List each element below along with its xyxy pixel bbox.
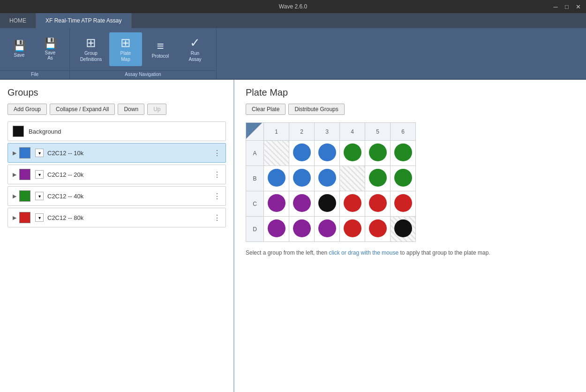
well-B3[interactable] [315, 166, 340, 191]
col-header-5: 5 [365, 123, 391, 141]
expand-icon-40k[interactable]: ▶ [13, 193, 16, 199]
group-definitions-label: GroupDefinitions [80, 50, 102, 62]
well-A4[interactable] [340, 141, 365, 166]
group-item-c2c12-40k[interactable]: ▶ ▾ C2C12 -- 40k ⋮ [8, 186, 226, 206]
well-C3[interactable] [315, 191, 340, 217]
run-assay-icon: ✓ [190, 37, 200, 49]
ribbon-section-file: 💾 Save 💾 SaveAs File [0, 28, 70, 79]
col-header-3: 3 [315, 123, 340, 141]
well-C6[interactable] [391, 191, 416, 217]
file-section-label: File [0, 70, 69, 79]
tab-home[interactable]: HOME [0, 13, 36, 28]
well-D3[interactable] [315, 217, 340, 242]
group-item-c2c12-20k[interactable]: ▶ ▾ C2C12 -- 20k ⋮ [8, 165, 226, 184]
row-header-D: D [246, 217, 264, 242]
hint-text: Select a group from the left, then click… [246, 249, 575, 256]
clear-plate-button[interactable]: Clear Plate [246, 104, 285, 115]
hint-static-1: Select a group from the left, then [246, 249, 329, 256]
save-as-label: SaveAs [45, 50, 56, 60]
well-C4[interactable] [340, 191, 365, 217]
protocol-icon: ≡ [157, 40, 164, 52]
save-as-icon: 💾 [44, 38, 57, 49]
well-A1[interactable] [264, 141, 289, 166]
close-button[interactable]: ✕ [574, 2, 582, 11]
well-A2[interactable] [289, 141, 315, 166]
plate-map-button[interactable]: ⊞ PlateMap [109, 32, 142, 66]
restore-button[interactable]: □ [563, 2, 571, 11]
expand-icon-10k[interactable]: ▶ [13, 150, 16, 156]
groups-panel: Groups Add Group Collapse / Expand All D… [0, 80, 234, 392]
well-D6[interactable] [391, 217, 416, 242]
c2c12-20k-menu[interactable]: ⋮ [213, 170, 221, 179]
plate-row-A: A [246, 141, 416, 166]
well-A5[interactable] [365, 141, 391, 166]
well-B4[interactable] [340, 166, 365, 191]
plate-map-label: PlateMap [120, 50, 131, 62]
plate-row-B: B [246, 166, 416, 191]
c2c12-40k-name: C2C12 -- 40k [47, 193, 213, 200]
col-header-4: 4 [340, 123, 365, 141]
col-header-2: 2 [289, 123, 315, 141]
tab-bar: HOME XF Real-Time ATP Rate Assay [0, 13, 586, 28]
hint-static-2: to apply that group to the plate map. [398, 249, 490, 256]
ribbon: 💾 Save 💾 SaveAs File ⊞ GroupDefinitions … [0, 28, 586, 80]
tab-xf-assay[interactable]: XF Real-Time ATP Rate Assay [36, 13, 132, 28]
well-A3[interactable] [315, 141, 340, 166]
plate-grid: 1 2 3 4 5 6 A [246, 122, 575, 242]
c2c12-80k-dropdown[interactable]: ▾ [35, 213, 44, 222]
minimize-button[interactable]: ─ [551, 2, 560, 11]
group-definitions-icon: ⊞ [86, 37, 96, 49]
group-definitions-button[interactable]: ⊞ GroupDefinitions [75, 32, 107, 66]
corner-cell [246, 123, 264, 141]
row-header-A: A [246, 141, 264, 166]
save-as-button[interactable]: 💾 SaveAs [36, 32, 65, 66]
expand-icon-20k[interactable]: ▶ [13, 172, 16, 178]
c2c12-80k-menu[interactable]: ⋮ [213, 213, 221, 222]
group-item-background[interactable]: Background [8, 121, 226, 141]
row-header-C: C [246, 191, 264, 217]
c2c12-40k-menu[interactable]: ⋮ [213, 192, 221, 201]
c2c12-10k-dropdown[interactable]: ▾ [35, 149, 44, 157]
c2c12-20k-dropdown[interactable]: ▾ [35, 170, 44, 179]
well-B5[interactable] [365, 166, 391, 191]
main-content: Groups Add Group Collapse / Expand All D… [0, 80, 586, 392]
well-D4[interactable] [340, 217, 365, 242]
save-icon: 💾 [13, 41, 26, 51]
c2c12-10k-color-swatch [19, 147, 30, 158]
well-C5[interactable] [365, 191, 391, 217]
well-B1[interactable] [264, 166, 289, 191]
run-assay-button[interactable]: ✓ RunAssay [179, 32, 211, 66]
collapse-expand-button[interactable]: Collapse / Expand All [50, 104, 115, 115]
well-B6[interactable] [391, 166, 416, 191]
c2c12-80k-color-swatch [19, 212, 30, 223]
row-header-B: B [246, 166, 264, 191]
up-button[interactable]: Up [147, 104, 166, 115]
distribute-groups-button[interactable]: Distribute Groups [288, 104, 344, 115]
group-item-c2c12-80k[interactable]: ▶ ▾ C2C12 -- 80k ⋮ [8, 208, 226, 227]
save-button[interactable]: 💾 Save [5, 32, 34, 66]
plate-table: 1 2 3 4 5 6 A [246, 122, 416, 242]
plate-map-panel: Plate Map Clear Plate Distribute Groups … [234, 80, 586, 392]
group-item-c2c12-10k[interactable]: ▶ ▾ C2C12 -- 10k ⋮ [8, 143, 226, 163]
add-group-button[interactable]: Add Group [8, 104, 47, 115]
protocol-button[interactable]: ≡ Protocol [144, 32, 177, 66]
well-C1[interactable] [264, 191, 289, 217]
well-C2[interactable] [289, 191, 315, 217]
c2c12-10k-menu[interactable]: ⋮ [213, 149, 221, 158]
well-A6[interactable] [391, 141, 416, 166]
well-D5[interactable] [365, 217, 391, 242]
well-D1[interactable] [264, 217, 289, 242]
protocol-label: Protocol [152, 53, 169, 59]
plate-toolbar: Clear Plate Distribute Groups [246, 104, 575, 115]
title-bar: Wave 2.6.0 ─ □ ✕ [0, 0, 586, 13]
well-B2[interactable] [289, 166, 315, 191]
c2c12-20k-color-swatch [19, 169, 30, 180]
run-assay-label: RunAssay [188, 50, 201, 62]
down-button[interactable]: Down [118, 104, 144, 115]
expand-icon-80k[interactable]: ▶ [13, 215, 16, 221]
well-D2[interactable] [289, 217, 315, 242]
ribbon-section-assay-nav: ⊞ GroupDefinitions ⊞ PlateMap ≡ Protocol… [70, 28, 217, 79]
c2c12-80k-name: C2C12 -- 80k [47, 214, 213, 221]
c2c12-40k-dropdown[interactable]: ▾ [35, 192, 44, 200]
plate-row-D: D [246, 217, 416, 242]
